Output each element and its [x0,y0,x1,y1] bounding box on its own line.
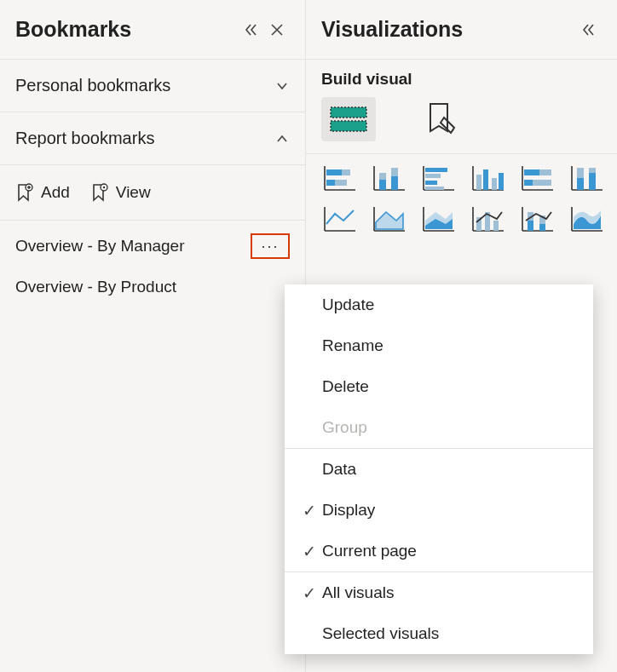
close-icon[interactable] [264,17,290,43]
more-options-button[interactable]: ··· [251,233,290,259]
menu-label: Delete [322,377,369,396]
svg-rect-19 [492,178,497,190]
menu-rename[interactable]: Rename [285,325,593,366]
menu-group: Group [285,407,593,448]
bookmark-item[interactable]: Overview - By Product [0,267,305,307]
menu-label: Update [322,296,374,314]
report-bookmarks-body: Add View [0,165,305,221]
view-bookmark-button[interactable]: View [90,182,151,203]
bookmark-actions: Add View [0,165,305,220]
menu-label: Selected visuals [322,624,439,643]
svg-rect-18 [483,169,488,190]
build-visual-mode[interactable] [321,97,376,141]
svg-rect-16 [425,187,444,190]
svg-rect-13 [425,168,447,172]
svg-rect-6 [342,169,350,175]
svg-rect-4 [331,121,366,131]
visualizations-header: Visualizations [306,0,617,60]
menu-label: Group [322,418,367,437]
bookmark-add-icon [15,182,34,203]
collapse-icon[interactable] [239,17,264,43]
svg-rect-35 [539,224,545,231]
report-bookmarks-header[interactable]: Report bookmarks [0,112,305,165]
menu-label: Display [322,501,375,520]
build-visual-label: Build visual [306,60,617,94]
viz-clustered-column-icon[interactable] [470,163,507,193]
add-label: Add [41,183,70,202]
format-visual-mode[interactable] [413,97,468,141]
bookmark-view-icon [90,182,109,203]
svg-rect-3 [331,107,366,118]
svg-rect-26 [577,178,584,190]
menu-label: All visuals [322,583,394,602]
menu-update[interactable]: Update [285,284,593,325]
viz-clustered-bar-icon[interactable] [420,163,458,193]
bookmark-name: Overview - By Manager [15,237,251,256]
viz-line-icon[interactable] [321,204,359,234]
viz-line-stacked-column-icon[interactable] [519,204,556,234]
svg-rect-28 [589,173,596,190]
viz-stacked-area-icon[interactable] [420,204,458,234]
check-icon: ✓ [297,542,322,561]
svg-rect-22 [524,169,539,175]
svg-rect-17 [476,175,481,190]
personal-bookmarks-header[interactable]: Personal bookmarks [0,60,305,112]
menu-delete[interactable]: Delete [285,366,593,407]
menu-current-page[interactable]: ✓Current page [285,531,593,571]
bookmarks-pane: Bookmarks Personal bookmarks Report book… [0,0,305,672]
bookmark-name: Overview - By Product [15,278,290,296]
svg-rect-8 [335,180,347,186]
visualizations-title: Visualizations [321,17,576,42]
chevron-down-icon [274,78,290,94]
viz-gallery [306,153,617,243]
view-label: View [116,183,151,202]
menu-selected-visuals[interactable]: Selected visuals [285,613,593,654]
bookmarks-header: Bookmarks [0,0,305,60]
menu-display[interactable]: ✓Display [285,490,593,531]
menu-label: Current page [322,542,417,560]
svg-rect-33 [528,221,533,231]
svg-rect-15 [425,181,437,185]
viz-ribbon-icon[interactable] [568,204,606,234]
add-bookmark-button[interactable]: Add [15,182,70,203]
menu-label: Rename [322,336,383,355]
viz-100-stacked-column-icon[interactable] [568,163,606,193]
svg-rect-7 [326,180,335,186]
report-bookmarks-label: Report bookmarks [15,129,274,148]
viz-stacked-column-icon[interactable] [371,163,408,193]
viz-stacked-bar-icon[interactable] [321,163,359,193]
menu-all-visuals[interactable]: ✓All visuals [285,572,593,613]
svg-rect-5 [326,169,342,175]
svg-point-2 [103,187,105,188]
bookmark-context-menu: Update Rename Delete Group Data ✓Display… [285,284,593,654]
viz-100-stacked-bar-icon[interactable] [519,163,556,193]
bookmark-item[interactable]: Overview - By Manager ··· [0,226,305,267]
chevron-up-icon [274,131,290,146]
collapse-icon[interactable] [576,17,602,43]
personal-bookmarks-label: Personal bookmarks [15,76,274,95]
viz-area-icon[interactable] [371,204,408,234]
check-icon: ✓ [297,501,322,520]
svg-rect-31 [493,221,499,231]
svg-rect-10 [379,180,386,190]
bookmarks-title: Bookmarks [15,17,239,42]
menu-data[interactable]: Data [285,449,593,490]
svg-rect-14 [425,174,441,178]
mode-row [306,94,617,153]
svg-rect-20 [499,173,504,190]
svg-rect-12 [391,176,398,190]
menu-label: Data [322,460,356,479]
viz-line-clustered-column-icon[interactable] [470,204,507,234]
svg-rect-24 [524,180,533,186]
check-icon: ✓ [297,583,322,603]
